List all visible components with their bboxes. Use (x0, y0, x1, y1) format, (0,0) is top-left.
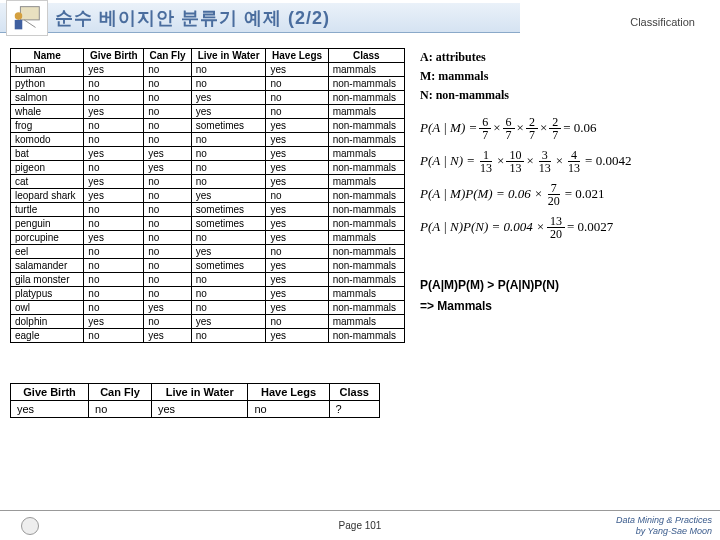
table-row: komodonononoyesnon-mammals (11, 133, 405, 147)
result-compare: P(A|M)P(M) > P(A|N)P(N) (420, 275, 710, 297)
def-m: M: mammals (420, 67, 710, 86)
table-row: leopard sharkyesnoyesnonon-mammals (11, 189, 405, 203)
table-header: Have Legs (248, 384, 329, 401)
table-row: penguinnonosometimesyesnon-mammals (11, 217, 405, 231)
svg-rect-3 (15, 20, 23, 29)
table-row: whaleyesnoyesnomammals (11, 105, 405, 119)
table-row: eelnonoyesnonon-mammals (11, 245, 405, 259)
table-row: yesnoyesno? (11, 401, 380, 418)
classification-label: Classification (630, 16, 695, 28)
table-header: Name (11, 49, 84, 63)
table-row: owlnoyesnoyesnon-mammals (11, 301, 405, 315)
table-row: humanyesnonoyesmammals (11, 63, 405, 77)
table-row: dolphinyesnoyesnomammals (11, 315, 405, 329)
table-row: porcupineyesnonoyesmammals (11, 231, 405, 245)
result-answer: => Mammals (420, 296, 710, 318)
footer-logo (0, 517, 60, 535)
def-n: N: non-mammals (420, 86, 710, 105)
equation-3: P(A | M)P(M) = 0.06 × 720 = 0.021 (420, 182, 710, 207)
table-row: batyesyesnoyesmammals (11, 147, 405, 161)
table-row: frognonosometimesyesnon-mammals (11, 119, 405, 133)
equation-2: P(A | N) = 113× 1013× 313× 413 = 0.0042 (420, 149, 710, 174)
table-row: catyesnonoyesmammals (11, 175, 405, 189)
page-number: Page 101 (339, 520, 382, 531)
table-header: Have Legs (266, 49, 328, 63)
table-header: Live in Water (151, 384, 248, 401)
table-row: gila monsternononoyesnon-mammals (11, 273, 405, 287)
table-row: platypusnononoyesmammals (11, 287, 405, 301)
table-header: Live in Water (191, 49, 266, 63)
table-header: Class (329, 384, 379, 401)
equation-4: P(A | N)P(N) = 0.004 × 1320 = 0.0027 (420, 215, 710, 240)
table-row: salamandernonosometimesyesnon-mammals (11, 259, 405, 273)
table-row: pigeonnoyesnoyesnon-mammals (11, 161, 405, 175)
table-header: Can Fly (89, 384, 152, 401)
svg-point-2 (15, 12, 23, 20)
svg-rect-1 (20, 7, 39, 20)
table-header: Class (328, 49, 404, 63)
table-header: Give Birth (11, 384, 89, 401)
test-data-table: Give BirthCan FlyLive in WaterHave LegsC… (10, 383, 380, 418)
presenter-icon (6, 0, 48, 36)
table-row: eaglenoyesnoyesnon-mammals (11, 329, 405, 343)
table-header: Give Birth (84, 49, 144, 63)
footer-credit: Data Mining & Practices by Yang-Sae Moon (616, 515, 712, 537)
def-a: A: attributes (420, 48, 710, 67)
page-title: 순수 베이지안 분류기 예제 (2/2) (55, 6, 330, 30)
training-data-table: NameGive BirthCan FlyLive in WaterHave L… (10, 48, 405, 343)
table-row: pythonnononononon-mammals (11, 77, 405, 91)
definitions: A: attributes M: mammals N: non-mammals (420, 48, 710, 106)
equation-1: P(A | M) = 67× 67× 27× 27 = 0.06 (420, 116, 710, 141)
table-row: salmonnonoyesnonon-mammals (11, 91, 405, 105)
table-header: Can Fly (144, 49, 192, 63)
table-row: turtlenonosometimesyesnon-mammals (11, 203, 405, 217)
conclusion: P(A|M)P(M) > P(A|N)P(N) => Mammals (420, 275, 710, 318)
